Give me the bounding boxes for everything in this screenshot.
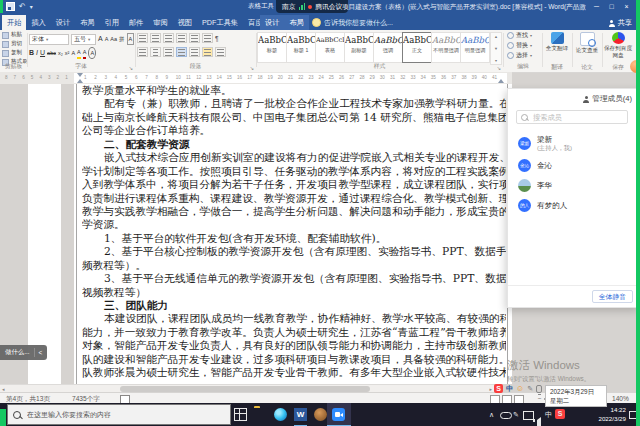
ribbon-tab[interactable]: 邮件 xyxy=(124,15,148,30)
edge-browser-icon[interactable] xyxy=(274,408,287,421)
editing-item[interactable]: 选择 ▾ xyxy=(507,51,541,60)
ribbon-tab[interactable]: 布局 xyxy=(75,15,99,30)
increase-indent-icon[interactable] xyxy=(189,33,200,43)
phonetic-guide-button[interactable]: 拼 xyxy=(119,34,125,44)
first-line-indent-marker[interactable] xyxy=(77,73,83,77)
ribbon-tab[interactable]: 引用 xyxy=(100,15,124,30)
member-row[interactable]: 的人 有梦的人 xyxy=(508,195,640,215)
change-case-button[interactable]: Aa xyxy=(110,34,117,44)
quick-access-dropdown-icon[interactable]: ▾ xyxy=(30,3,33,10)
underline-button[interactable]: U xyxy=(40,48,45,58)
document-page[interactable]: 教学质量水平和学生的就业率。配有专（兼）职教师，且聘请了一批校企合作企业工程技术… xyxy=(74,84,512,384)
member-row[interactable]: 金沁 金沁 xyxy=(508,155,640,175)
align-right-icon[interactable] xyxy=(163,47,174,57)
highlight-color-button[interactable]: A xyxy=(77,47,81,59)
clipboard-item[interactable]: 剪切 xyxy=(2,40,27,48)
sort-icon[interactable] xyxy=(202,33,213,43)
italic-button[interactable]: I xyxy=(36,48,38,58)
character-border-button[interactable]: A xyxy=(127,33,135,45)
text-effects-button[interactable]: A xyxy=(71,48,75,58)
save-icon[interactable] xyxy=(6,2,15,11)
taskbar-search-input[interactable] xyxy=(25,410,219,419)
ribbon-tab[interactable]: 插入 xyxy=(26,15,50,30)
ribbon-tab[interactable]: 审阅 xyxy=(148,15,172,30)
style-card[interactable]: AaBbC 标题 xyxy=(257,32,287,63)
style-card[interactable]: AaBbC 副标题 xyxy=(344,32,374,63)
decrease-indent-icon[interactable] xyxy=(176,33,187,43)
contextual-tab[interactable]: 设计 xyxy=(260,15,284,30)
undo-icon[interactable]: ↶ xyxy=(19,3,26,11)
ribbon-tab[interactable]: 视图 xyxy=(173,15,197,30)
ribbon-tab[interactable]: 设计 xyxy=(51,15,75,30)
styles-scroll-arrows[interactable]: ▲ ▼ ▾ xyxy=(490,32,502,65)
align-center-icon[interactable] xyxy=(150,47,161,57)
styles-dialog-launcher-icon[interactable]: ↘ xyxy=(497,65,501,71)
cloud-icon[interactable] xyxy=(500,412,512,419)
speaker-icon[interactable] xyxy=(537,417,541,426)
collapse-chevron-icon[interactable]: < xyxy=(39,349,43,356)
tell-me-box[interactable]: 告诉我你想要做什么... xyxy=(312,15,393,30)
floating-toolbar-collapsed[interactable]: 做什么... < xyxy=(0,345,47,360)
editing-item[interactable]: 查找 ▾ xyxy=(507,31,541,40)
hidden-icons-chevron[interactable]: ∧ xyxy=(489,410,494,419)
pen-icon[interactable]: ✎ xyxy=(513,410,519,419)
member-row[interactable]: 李华 xyxy=(508,175,640,195)
language-indicator[interactable]: 中 xyxy=(545,410,552,419)
style-card[interactable]: AaBbCcD 不明显强调 xyxy=(431,32,461,63)
sogou-tray-icon[interactable]: S xyxy=(555,409,565,419)
word-app-icon[interactable]: W xyxy=(294,408,307,421)
bullet-list-icon[interactable] xyxy=(137,33,148,43)
emoji-icon[interactable]: ☺ xyxy=(516,384,524,393)
hanging-indent-marker[interactable] xyxy=(77,79,83,83)
contextual-tab[interactable]: 布局 xyxy=(284,15,308,30)
maximize-button[interactable]: □ xyxy=(604,0,619,14)
clipboard-item[interactable]: 粘贴 xyxy=(2,31,27,39)
style-card[interactable]: AaBbCcD 明显强调 xyxy=(460,32,490,63)
clipboard-item[interactable]: 复制 xyxy=(2,49,27,57)
justify-icon[interactable] xyxy=(176,47,187,57)
taskbar-search-box[interactable] xyxy=(7,404,231,425)
font-size-combo[interactable]: 五号▾ xyxy=(71,34,96,45)
right-indent-marker[interactable] xyxy=(498,79,504,83)
font-dialog-launcher-icon[interactable]: ↘ xyxy=(129,65,133,71)
paper-check-button[interactable]: 论文查重 xyxy=(573,47,601,54)
show-marks-icon[interactable]: ¶ xyxy=(215,34,219,43)
styles-scroll-up-icon[interactable]: ▲ xyxy=(494,34,498,39)
ime-language-icon[interactable]: 中 xyxy=(506,384,513,394)
sogou-icon[interactable]: S xyxy=(494,384,503,393)
subscript-button[interactable]: x₂ xyxy=(58,48,63,58)
zoom-level[interactable]: 140% xyxy=(612,395,629,402)
multilevel-list-icon[interactable] xyxy=(163,33,174,43)
minimize-button[interactable]: ─ xyxy=(589,0,604,14)
member-row[interactable]: 梁新 梁新 (主持人，我) xyxy=(508,131,640,155)
line-spacing-icon[interactable] xyxy=(189,47,200,57)
borders-icon[interactable] xyxy=(215,47,226,57)
ribbon-tab[interactable]: PDF工具集 xyxy=(197,15,243,30)
font-name-combo[interactable]: 宋体▾ xyxy=(29,34,69,45)
task-view-icon[interactable] xyxy=(234,408,247,421)
member-search-input[interactable] xyxy=(531,112,625,123)
styles-scroll-down-icon[interactable]: ▼ xyxy=(494,46,498,51)
font-color-button[interactable]: A xyxy=(83,47,87,59)
style-card[interactable]: AaBbCcD 正文 xyxy=(402,32,432,63)
shrink-font-button[interactable]: A xyxy=(105,34,109,44)
close-button[interactable]: × xyxy=(619,0,634,14)
enclose-characters-button[interactable]: A xyxy=(88,47,96,59)
save-to-netdisk-button[interactable]: 保存到百度网盘 xyxy=(603,45,633,58)
style-card[interactable]: AaBbC 标题 1 xyxy=(286,32,316,63)
superscript-button[interactable]: x² xyxy=(65,48,70,58)
browser-app-icon[interactable] xyxy=(314,408,327,421)
microphone-icon[interactable] xyxy=(536,385,542,393)
ribbon-tab[interactable]: 开始 xyxy=(2,15,26,30)
align-left-icon[interactable] xyxy=(137,47,148,57)
member-search-box[interactable] xyxy=(516,110,628,124)
paragraph-dialog-launcher-icon[interactable]: ↘ xyxy=(250,65,254,71)
translate-button[interactable]: 全文翻译 xyxy=(543,45,571,52)
handwriting-icon[interactable]: ✎ xyxy=(527,385,533,393)
shading-icon[interactable] xyxy=(202,47,213,57)
grow-font-button[interactable]: A xyxy=(98,34,103,44)
style-card[interactable]: AaBbCcD 强调 xyxy=(373,32,403,63)
share-button[interactable]: 共享 xyxy=(609,15,632,30)
taskbar-clock[interactable]: 14:22 2022/3/29 xyxy=(598,406,626,423)
strikethrough-button[interactable]: abc xyxy=(47,48,56,58)
